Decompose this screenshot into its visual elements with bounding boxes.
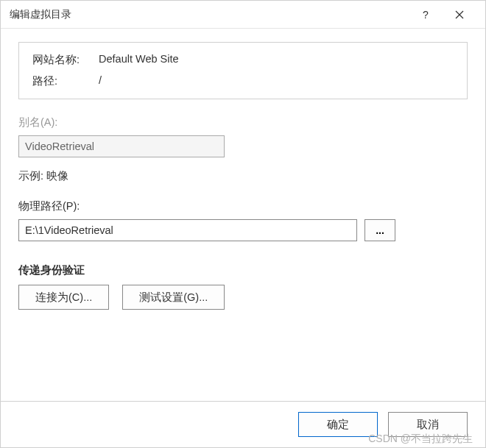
- auth-section-label: 传递身份验证: [18, 263, 468, 277]
- site-path-label: 路径:: [32, 74, 99, 88]
- physical-path-label: 物理路径(P):: [18, 199, 468, 213]
- connect-as-button[interactable]: 连接为(C)...: [18, 285, 109, 310]
- cancel-button[interactable]: 取消: [388, 412, 468, 437]
- test-settings-button[interactable]: 测试设置(G)...: [122, 285, 225, 310]
- help-icon: ?: [423, 9, 429, 21]
- dialog-title: 编辑虚拟目录: [10, 8, 409, 21]
- alias-input[interactable]: [18, 135, 225, 157]
- site-path-value: /: [99, 74, 102, 88]
- auth-button-row: 连接为(C)... 测试设置(G)...: [18, 285, 468, 310]
- physical-path-field-group: 物理路径(P): ...: [18, 199, 468, 241]
- titlebar: 编辑虚拟目录 ?: [1, 1, 485, 29]
- site-path-row: 路径: /: [32, 74, 454, 88]
- close-icon: [455, 10, 464, 19]
- site-name-value: Default Web Site: [99, 53, 179, 67]
- dialog-content: 网站名称: Default Web Site 路径: / 别名(A): 示例: …: [1, 29, 485, 401]
- auth-section: 传递身份验证 连接为(C)... 测试设置(G)...: [18, 263, 468, 310]
- dialog-footer: 确定 取消: [1, 401, 485, 447]
- alias-field-group: 别名(A):: [18, 115, 468, 157]
- ok-button[interactable]: 确定: [298, 412, 378, 437]
- close-button[interactable]: [443, 3, 476, 26]
- alias-label: 别名(A):: [18, 115, 468, 129]
- physical-path-input[interactable]: [18, 219, 357, 241]
- physical-path-row: ...: [18, 219, 468, 241]
- edit-virtual-directory-dialog: 编辑虚拟目录 ? 网站名称: Default Web Site 路径: / 别名…: [0, 0, 486, 448]
- example-text: 示例: 映像: [18, 169, 468, 183]
- site-name-label: 网站名称:: [32, 53, 99, 67]
- titlebar-controls: ?: [409, 3, 476, 26]
- ellipsis-icon: ...: [376, 224, 384, 236]
- site-info-panel: 网站名称: Default Web Site 路径: /: [18, 42, 468, 99]
- browse-button[interactable]: ...: [364, 219, 395, 241]
- help-button[interactable]: ?: [409, 3, 443, 26]
- site-name-row: 网站名称: Default Web Site: [32, 53, 454, 67]
